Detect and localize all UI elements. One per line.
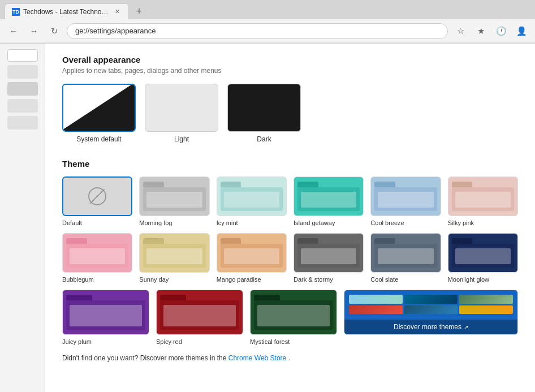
spicy-red-inner [163,305,236,326]
theme-card-cool-breeze[interactable]: Cool breeze [370,176,441,226]
bubblegum-tab [66,238,87,244]
cool-breeze-inner [378,192,433,208]
mystical-forest-folder [251,290,336,334]
juicy-plum-folder [63,290,149,334]
theme-card-bubblegum[interactable]: Bubblegum [62,233,132,283]
juicy-plum-tab [66,295,92,300]
sidebar-search[interactable] [7,49,38,62]
appearance-label-dark: Dark [257,135,271,143]
theme-card-dark-stormy[interactable]: Dark & stormy [294,233,364,283]
discover-image-6 [459,305,513,315]
theme-label-moonlight-glow: Moonlight glow [448,276,518,283]
new-tab-button[interactable]: + [131,3,147,19]
icy-mint-inner [224,192,279,208]
theme-label-morning-fog: Morning fog [139,219,209,226]
theme-card-island-getaway[interactable]: Island getaway [294,176,364,226]
theme-preview-mango-paradise [217,233,287,273]
footer-prefix: Didn't find one you want? Discover more … [62,354,228,362]
theme-label-silky-pink: Silky pink [448,219,518,226]
sidebar-item-4[interactable] [7,116,38,130]
active-tab[interactable]: TD Techdows - Latest Technology N... ✕ [5,3,129,19]
tab-close-button[interactable]: ✕ [113,7,122,16]
mango-paradise-folder [217,234,286,272]
theme-label-cool-breeze: Cool breeze [370,219,441,226]
profile-icon[interactable]: 👤 [514,23,529,39]
discover-image-2 [404,295,458,304]
address-input[interactable] [67,23,448,39]
appearance-card-light[interactable]: Light [145,84,218,143]
sidebar-item-2[interactable] [7,82,38,96]
silky-pink-folder [448,177,517,216]
morning-fog-tab [143,182,164,187]
appearance-preview-dark [227,84,301,132]
mystical-forest-tab [254,295,280,300]
discover-images [344,290,517,318]
theme-row-3: Juicy plum Spicy red [62,290,518,345]
cool-breeze-folder [371,177,440,216]
morning-fog-inner [146,192,202,208]
theme-preview-spicy-red [156,290,243,335]
theme-card-spicy-red[interactable]: Spicy red [156,290,243,345]
reload-button[interactable]: ↻ [46,23,62,39]
theme-card-mystical-forest[interactable]: Mystical forest [250,290,337,345]
moonlight-glow-tab [452,238,473,244]
appearance-label-system-default: System default [76,135,121,143]
address-bar: ← → ↻ ☆ ★ 🕐 👤 [0,19,535,43]
bookmark-icon[interactable]: ☆ [452,23,468,39]
sunny-day-folder [140,234,209,272]
theme-card-discover[interactable]: Discover more themes ↗ [344,290,518,345]
theme-label-spicy-red: Spicy red [156,338,243,345]
overall-appearance-title: Overall appearance [62,55,518,64]
chrome-web-store-link[interactable]: Chrome Web Store [228,354,287,362]
theme-card-morning-fog[interactable]: Morning fog [139,176,209,226]
settings-content: Overall appearance Applies to new tabs, … [45,44,535,392]
dark-stormy-inner [301,248,356,264]
theme-card-cool-slate[interactable]: Cool slate [370,233,441,283]
cool-slate-folder [371,234,440,272]
overall-appearance-section: Overall appearance Applies to new tabs, … [62,55,518,143]
discover-image-4 [349,305,403,315]
theme-preview-dark-stormy [294,233,364,273]
theme-row-2: Bubblegum Sunny day [62,233,518,283]
theme-card-default[interactable]: Default [62,176,132,226]
icy-mint-folder [217,177,286,216]
theme-label-cool-slate: Cool slate [370,276,441,283]
theme-label-default: Default [62,219,132,226]
discover-image-5 [404,305,458,315]
cool-slate-inner [378,248,433,264]
theme-card-juicy-plum[interactable]: Juicy plum [62,290,149,345]
back-button[interactable]: ← [6,23,21,39]
morning-fog-folder [140,177,209,216]
sidebar-item-3[interactable] [7,99,38,113]
tab-favicon: TD [12,8,20,16]
theme-card-silky-pink[interactable]: Silky pink [448,176,518,226]
theme-preview-icy-mint [217,176,287,216]
discover-label-text: Discover more themes [394,323,461,331]
appearance-card-system-default[interactable]: System default [62,84,136,143]
theme-preview-island-getaway [294,176,364,216]
history-icon[interactable]: 🕐 [493,23,509,39]
appearance-preview-system-default [62,84,136,132]
theme-card-sunny-day[interactable]: Sunny day [139,233,209,283]
theme-label-icy-mint: Icy mint [217,219,287,226]
theme-preview-mystical-forest [250,290,337,335]
sidebar-item-1[interactable] [7,65,38,79]
theme-card-mango-paradise[interactable]: Mango paradise [217,233,287,283]
island-getaway-tab [297,182,318,187]
discover-card[interactable]: Discover more themes ↗ [344,290,518,335]
theme-section: Theme Default [62,159,518,345]
forward-button[interactable]: → [26,23,42,39]
theme-preview-moonlight-glow [448,233,518,273]
appearance-options: System default Light Dark [62,84,518,143]
favorites-icon[interactable]: ★ [473,23,489,39]
theme-card-moonlight-glow[interactable]: Moonlight glow [448,233,518,283]
browser-chrome: TD Techdows - Latest Technology N... ✕ +… [0,0,535,44]
theme-card-icy-mint[interactable]: Icy mint [217,176,287,226]
appearance-preview-light [145,84,218,132]
bubblegum-inner [70,248,125,264]
juicy-plum-inner [70,305,142,326]
theme-preview-sunny-day [139,233,209,273]
theme-preview-cool-slate [370,233,441,273]
appearance-card-dark[interactable]: Dark [227,84,301,143]
theme-row-1: Default Morning fog [62,176,518,226]
